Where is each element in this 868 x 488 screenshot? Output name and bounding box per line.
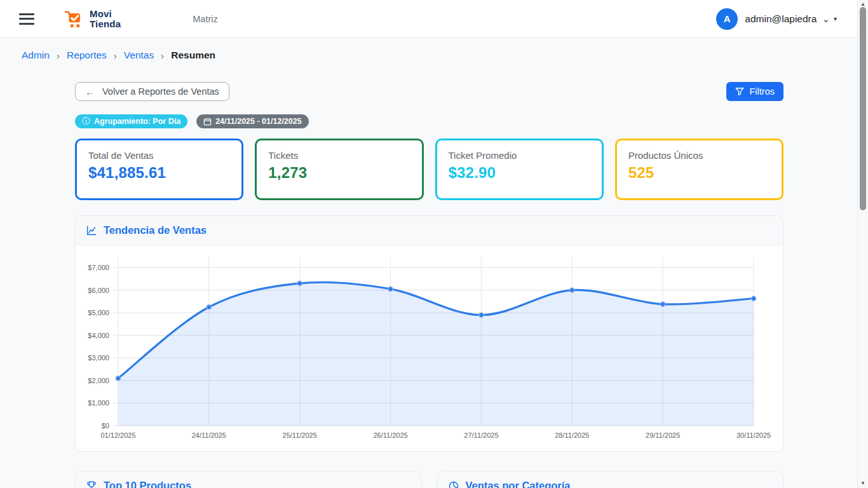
stat-card-total-ventas: Total de Ventas $41,885.61 <box>75 139 243 200</box>
stat-value: $41,885.61 <box>88 164 230 182</box>
svg-text:27/11/2025: 27/11/2025 <box>464 431 498 439</box>
stat-value: 1,273 <box>268 164 410 182</box>
brand-line2: Tienda <box>90 19 121 29</box>
funnel-icon <box>735 87 744 96</box>
breadcrumb-ventas[interactable]: Ventas <box>124 50 154 61</box>
stat-label: Ticket Promedio <box>449 150 590 161</box>
main-content: ← Volver a Reportes de Ventas Filtros ⓘ … <box>75 82 783 488</box>
menu-bar <box>19 23 34 25</box>
bottom-cards-row: Top 10 Productos Ventas por Categoría <box>75 471 783 488</box>
pie-chart-icon <box>448 480 459 488</box>
stat-card-productos-unicos: Productos Únicos 525 <box>615 139 783 200</box>
svg-text:26/11/2025: 26/11/2025 <box>373 431 407 439</box>
breadcrumb-current: Resumen <box>171 50 215 61</box>
trophy-icon <box>86 480 97 488</box>
breadcrumb-separator: › <box>57 50 60 61</box>
back-arrow-icon: ← <box>85 86 95 97</box>
brand-logo[interactable]: Movi Tienda <box>64 9 121 29</box>
stat-value: 525 <box>628 164 770 182</box>
filters-button-label: Filtros <box>750 86 775 97</box>
svg-text:24/11/2025: 24/11/2025 <box>192 431 226 439</box>
badges-row: ⓘ Agrupamiento: Por Día 24/11/2025 - 01/… <box>75 114 783 128</box>
menu-bar <box>19 18 34 20</box>
avatar[interactable]: A <box>716 8 738 30</box>
svg-text:28/11/2025: 28/11/2025 <box>555 431 589 439</box>
svg-text:$7,000: $7,000 <box>88 264 109 271</box>
cart-icon <box>64 9 85 29</box>
sales-by-category-header: Ventas por Categoría <box>438 471 783 488</box>
brand-name: Movi Tienda <box>90 9 121 29</box>
sales-by-category-card: Ventas por Categoría <box>437 471 784 488</box>
svg-text:25/11/2025: 25/11/2025 <box>283 431 317 439</box>
user-menu[interactable]: A admin@lapiedra ⌄ ▾ <box>716 8 837 30</box>
breadcrumb: Admin › Reportes › Ventas › Resumen <box>0 38 857 61</box>
store-name: Matriz <box>193 14 217 24</box>
back-button-label: Volver a Reportes de Ventas <box>102 86 219 97</box>
date-range-badge: 24/11/2025 - 01/12/2025 <box>196 114 309 128</box>
svg-text:$4,000: $4,000 <box>88 332 109 339</box>
top-bar: Movi Tienda Matriz A admin@lapiedra ⌄ ▾ <box>0 0 857 38</box>
stat-label: Total de Ventas <box>88 150 230 161</box>
svg-text:$3,000: $3,000 <box>88 354 109 362</box>
svg-text:$6,000: $6,000 <box>88 287 109 294</box>
svg-text:$5,000: $5,000 <box>88 309 109 316</box>
svg-text:01/12/2025: 01/12/2025 <box>100 431 135 439</box>
date-range-label: 24/11/2025 - 01/12/2025 <box>215 117 302 126</box>
sales-trend-title: Tendencia de Ventas <box>104 224 207 236</box>
svg-text:29/11/2025: 29/11/2025 <box>646 431 680 439</box>
chevron-down-icon: ⌄ <box>822 13 830 25</box>
stat-card-ticket-promedio: Ticket Promedio $32.90 <box>435 139 604 200</box>
svg-text:$2,000: $2,000 <box>88 377 109 384</box>
stat-label: Tickets <box>268 150 410 161</box>
sales-by-category-title: Ventas por Categoría <box>466 480 571 488</box>
menu-icon[interactable] <box>19 13 36 25</box>
back-to-reports-button[interactable]: ← Volver a Reportes de Ventas <box>75 82 229 101</box>
toolbar-row: ← Volver a Reportes de Ventas Filtros <box>75 82 783 101</box>
breadcrumb-separator: › <box>114 50 117 61</box>
grouping-badge: ⓘ Agrupamiento: Por Día <box>75 114 187 128</box>
top-products-title: Top 10 Productos <box>104 480 191 488</box>
stat-value: $32.90 <box>449 164 590 182</box>
stat-label: Productos Únicos <box>628 150 770 161</box>
grouping-badge-label: Agrupamiento: Por Día <box>94 117 180 126</box>
top-products-card: Top 10 Productos <box>75 471 422 488</box>
info-icon: ⓘ <box>82 116 90 127</box>
breadcrumb-separator: › <box>161 50 164 61</box>
scroll-down-icon[interactable]: ▼ <box>858 480 868 487</box>
stats-row: Total de Ventas $41,885.61 Tickets 1,273… <box>75 139 783 200</box>
menu-bar <box>19 13 34 15</box>
app-shell: Movi Tienda Matriz A admin@lapiedra ⌄ ▾ … <box>0 0 857 488</box>
brand-line1: Movi <box>90 9 121 18</box>
sales-trend-body: $0$1,000$2,000$3,000$4,000$5,000$6,000$7… <box>76 245 783 451</box>
breadcrumb-reportes[interactable]: Reportes <box>67 50 107 61</box>
caret-down-icon: ▾ <box>834 15 837 22</box>
line-chart-icon <box>86 225 97 236</box>
svg-text:$1,000: $1,000 <box>88 399 109 407</box>
sales-trend-card: Tendencia de Ventas $0$1,000$2,000$3,000… <box>75 215 783 452</box>
filters-button[interactable]: Filtros <box>726 82 783 101</box>
scrollbar-thumb[interactable] <box>860 7 866 210</box>
svg-text:$0: $0 <box>102 422 109 430</box>
calendar-icon <box>203 118 212 126</box>
sales-trend-chart: $0$1,000$2,000$3,000$4,000$5,000$6,000$7… <box>76 250 783 447</box>
page-scrollbar[interactable]: ▲ ▼ <box>857 0 868 488</box>
stat-card-tickets: Tickets 1,273 <box>255 139 423 200</box>
breadcrumb-admin[interactable]: Admin <box>22 50 50 61</box>
top-products-header: Top 10 Productos <box>76 471 421 488</box>
svg-text:30/11/2025: 30/11/2025 <box>736 431 771 439</box>
sales-trend-header: Tendencia de Ventas <box>76 216 783 245</box>
user-email: admin@lapiedra <box>745 13 817 25</box>
